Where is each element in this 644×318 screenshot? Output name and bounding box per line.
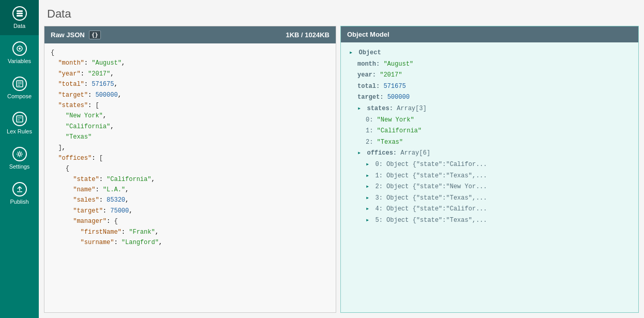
object-model-panel: Object Model ▸ Object month: "August" ye…	[340, 26, 639, 313]
settings-icon	[12, 147, 27, 161]
om-total: total: 571675	[349, 81, 638, 93]
object-model-header: Object Model	[341, 26, 638, 42]
json-size-info: 1KB / 1024KB	[286, 31, 330, 39]
svg-rect-1	[17, 13, 23, 14]
sidebar-label-settings: Settings	[9, 163, 30, 170]
sidebar: Data Variables Compose	[0, 0, 39, 318]
lex-rules-icon	[12, 112, 27, 126]
data-icon	[12, 6, 27, 21]
om-offices-4-toggle[interactable]: ▸	[366, 205, 369, 213]
om-offices-3-toggle[interactable]: ▸	[366, 194, 369, 202]
compose-icon	[12, 77, 27, 91]
page-title: Data	[39, 0, 644, 26]
object-model-content[interactable]: ▸ Object month: "August" year: "2017" to…	[341, 42, 638, 312]
sidebar-item-settings[interactable]: Settings	[0, 141, 39, 176]
svg-rect-0	[17, 10, 23, 12]
sidebar-label-publish: Publish	[10, 199, 28, 205]
main-content: Data Raw JSON {} 1KB / 1024KB { "month":…	[39, 0, 644, 318]
om-object-root: ▸ Object	[349, 48, 638, 59]
json-header-left: Raw JSON {}	[51, 31, 101, 39]
json-panel-title: Raw JSON	[51, 31, 85, 39]
om-offices-5-toggle[interactable]: ▸	[366, 217, 369, 224]
svg-rect-13	[17, 191, 22, 192]
om-states-2: 2: "Texas"	[349, 137, 638, 148]
om-offices-1: ▸ 1: Object {"state":"Texas",...	[349, 171, 638, 182]
svg-rect-9	[17, 116, 23, 122]
om-offices-2-toggle[interactable]: ▸	[366, 183, 369, 190]
sidebar-label-variables: Variables	[8, 58, 31, 64]
json-panel: Raw JSON {} 1KB / 1024KB { "month": "Aug…	[44, 26, 336, 313]
om-offices-toggle[interactable]: ▸	[357, 149, 361, 157]
publish-icon	[12, 182, 27, 196]
svg-point-4	[19, 48, 21, 50]
om-states-0: 0: "New York"	[349, 115, 638, 126]
om-root-toggle[interactable]: ▸	[349, 49, 353, 56]
om-offices-0-toggle[interactable]: ▸	[366, 161, 369, 168]
om-states-toggle[interactable]: ▸	[357, 105, 361, 112]
om-states: ▸ states: Array[3]	[349, 103, 638, 115]
om-offices-2: ▸ 2: Object {"state":"New Yor...	[349, 181, 638, 193]
variables-icon	[12, 41, 27, 56]
om-offices-3: ▸ 3: Object {"state":"Texas",...	[349, 193, 638, 204]
json-panel-header: Raw JSON {} 1KB / 1024KB	[44, 26, 336, 43]
sidebar-item-data[interactable]: Data	[0, 0, 39, 35]
sidebar-item-publish[interactable]: Publish	[0, 176, 39, 211]
sidebar-item-variables[interactable]: Variables	[0, 35, 39, 70]
om-offices-1-toggle[interactable]: ▸	[366, 172, 369, 179]
om-offices: ▸ offices: Array[6]	[349, 148, 638, 159]
json-icon: {}	[89, 31, 101, 39]
om-offices-5: ▸ 5: Object {"state":"Texas",...	[349, 215, 638, 226]
om-states-1: 1: "California"	[349, 126, 638, 137]
sidebar-item-compose[interactable]: Compose	[0, 70, 39, 105]
object-model-title: Object Model	[347, 31, 390, 38]
sidebar-label-lex-rules: Lex Rules	[7, 128, 32, 134]
om-offices-4: ▸ 4: Object {"state":"Califor...	[349, 204, 638, 215]
sidebar-item-lex-rules[interactable]: Lex Rules	[0, 105, 39, 141]
svg-rect-2	[17, 15, 23, 17]
om-month: month: "August"	[349, 59, 638, 70]
om-offices-0: ▸ 0: Object {"state":"Califor...	[349, 159, 638, 171]
svg-point-12	[18, 153, 21, 156]
panels-container: Raw JSON {} 1KB / 1024KB { "month": "Aug…	[39, 26, 644, 318]
json-content[interactable]: { "month": "August", "year": "2017", "to…	[44, 43, 336, 312]
sidebar-label-data: Data	[13, 23, 25, 29]
om-year: year: "2017"	[349, 70, 638, 81]
om-target: target: 500000	[349, 92, 638, 103]
sidebar-label-compose: Compose	[7, 93, 32, 99]
